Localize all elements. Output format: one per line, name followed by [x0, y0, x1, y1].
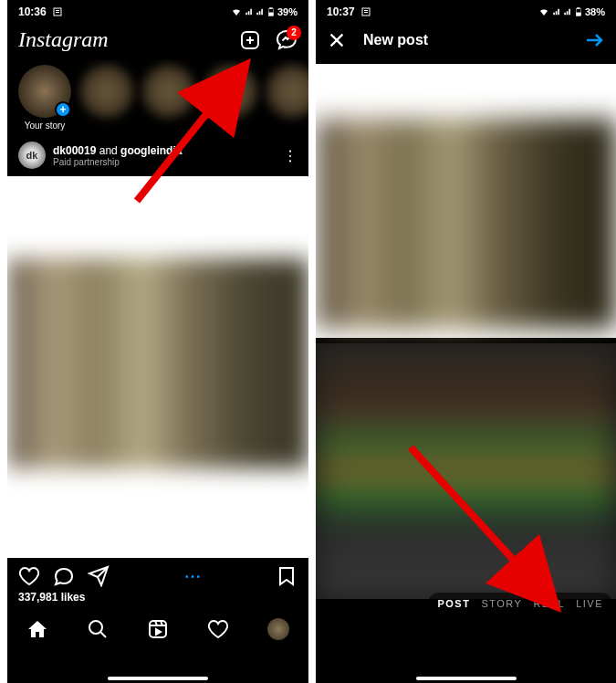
notif-icon [52, 6, 63, 17]
home-indicator [108, 677, 208, 680]
post-actions: • • • [7, 558, 308, 591]
selected-media-preview[interactable] [316, 64, 616, 338]
share-icon[interactable] [88, 565, 110, 587]
status-bar: 10:37 38% [316, 0, 616, 20]
type-live[interactable]: LIVE [576, 598, 603, 609]
signal-icon [563, 7, 572, 16]
app-header: Instagram 2 [7, 20, 308, 59]
screenshot-left-feed: 10:36 39% Instagram 2 + Your [7, 0, 308, 683]
battery-icon [266, 5, 276, 18]
svg-rect-19 [576, 13, 580, 16]
page-title: New post [363, 32, 567, 48]
signal-icon [552, 7, 561, 16]
svg-point-9 [89, 621, 102, 634]
type-reel[interactable]: REEL [533, 598, 565, 609]
post-header[interactable]: dk dk00019 and googleindia Paid partners… [7, 134, 308, 176]
svg-rect-5 [270, 7, 273, 8]
signal-icon [245, 7, 254, 16]
battery-icon [574, 5, 583, 18]
stories-tray[interactable]: + Your story [7, 59, 308, 134]
like-icon[interactable] [18, 565, 40, 587]
newpost-header: New post [316, 20, 616, 60]
profile-icon[interactable] [267, 618, 289, 640]
home-indicator [416, 677, 517, 680]
battery-pct: 38% [585, 6, 605, 17]
status-time: 10:37 [327, 5, 355, 18]
svg-rect-20 [578, 7, 580, 8]
story-item[interactable] [142, 65, 195, 131]
svg-rect-4 [268, 13, 273, 16]
add-story-icon: + [55, 101, 71, 118]
svg-line-10 [100, 632, 106, 637]
likes-count[interactable]: 337,981 likes [7, 591, 308, 609]
wifi-icon [230, 6, 243, 17]
new-post-button[interactable] [239, 29, 261, 51]
battery-pct: 39% [277, 6, 298, 17]
signal-icon [256, 7, 265, 16]
post-image[interactable] [7, 176, 308, 558]
avatar: + [18, 65, 71, 118]
next-arrow-icon[interactable] [583, 29, 605, 51]
bottom-nav [7, 609, 308, 646]
instagram-logo[interactable]: Instagram [18, 27, 109, 52]
screenshot-right-newpost: 10:37 38% New post POST STORY REEL LIVE [316, 0, 616, 683]
close-icon[interactable] [327, 30, 347, 50]
story-item[interactable] [204, 65, 257, 131]
post-more-icon[interactable]: ⋯ [282, 148, 299, 163]
comment-icon[interactable] [53, 565, 75, 587]
post-avatar[interactable]: dk [18, 142, 46, 169]
post-subtitle: Paid partnership [53, 157, 276, 167]
search-icon[interactable] [87, 618, 109, 640]
activity-icon[interactable] [207, 618, 229, 640]
post-type-selector[interactable]: POST STORY REEL LIVE [428, 593, 612, 615]
messenger-button[interactable]: 2 [276, 29, 298, 51]
story-item[interactable] [80, 65, 133, 131]
story-item[interactable] [266, 65, 308, 131]
your-story-label: Your story [25, 121, 66, 131]
messenger-badge: 2 [287, 26, 301, 40]
post-author-block[interactable]: dk00019 and googleindia Paid partnership [53, 144, 276, 167]
wifi-icon [538, 6, 550, 17]
type-post[interactable]: POST [437, 598, 470, 609]
home-icon[interactable] [26, 618, 48, 640]
status-time: 10:36 [18, 5, 47, 18]
your-story[interactable]: + Your story [18, 65, 71, 131]
gallery-grid[interactable] [316, 343, 616, 599]
save-icon[interactable] [276, 565, 298, 587]
reels-icon[interactable] [147, 618, 169, 640]
type-story[interactable]: STORY [481, 598, 522, 609]
svg-rect-11 [150, 621, 166, 637]
notif-icon [360, 6, 371, 17]
status-bar: 10:36 39% [7, 0, 308, 20]
